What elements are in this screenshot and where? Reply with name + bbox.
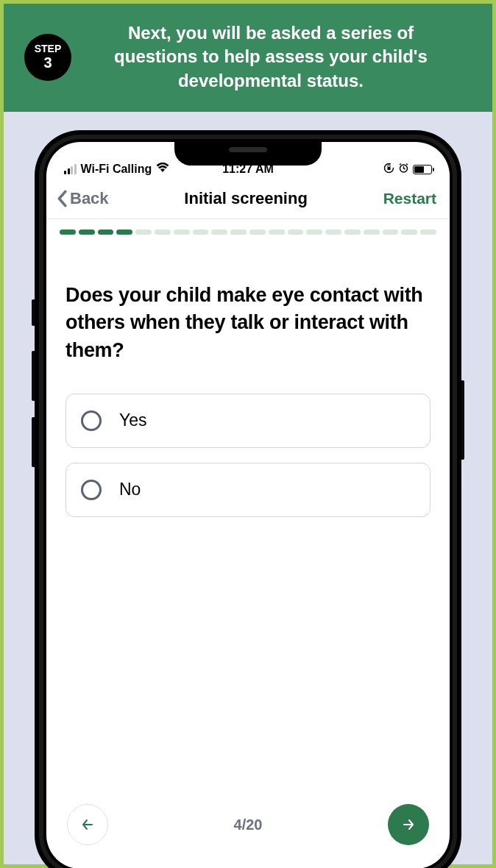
option-label: Yes xyxy=(119,410,147,430)
restart-button[interactable]: Restart xyxy=(383,190,436,207)
question-text: Does your child make eye contact with ot… xyxy=(65,282,431,364)
radio-icon xyxy=(81,480,102,500)
wifi-icon xyxy=(156,163,169,176)
arrow-right-icon xyxy=(400,817,417,833)
arrow-left-icon xyxy=(79,817,96,833)
progress-segment xyxy=(60,230,76,235)
back-button[interactable]: Back xyxy=(55,189,109,208)
signal-icon xyxy=(64,164,77,174)
progress-segment xyxy=(383,230,399,235)
progress-segment xyxy=(155,230,171,235)
back-label: Back xyxy=(70,189,109,208)
progress-segment xyxy=(79,230,95,235)
progress-segment xyxy=(306,230,322,235)
orientation-lock-icon xyxy=(383,163,394,176)
options-group: Yes No xyxy=(46,364,450,517)
progress-segment xyxy=(230,230,247,235)
phone-mockup: Wi-Fi Calling 11:27 AM xyxy=(35,130,461,868)
nav-bar: Back Initial screening Restart xyxy=(46,179,450,218)
progress-segment xyxy=(135,230,152,235)
progress-segment xyxy=(249,230,266,235)
progress-segment xyxy=(401,230,417,235)
chevron-left-icon xyxy=(55,190,68,207)
footer-nav: 4/20 xyxy=(46,804,450,845)
progress-segment xyxy=(420,230,436,235)
step-label: STEP xyxy=(35,43,62,54)
phone-notch xyxy=(174,139,322,166)
page-counter: 4/20 xyxy=(234,817,263,833)
header-banner: STEP 3 Next, you will be asked a series … xyxy=(4,4,492,112)
banner-description: Next, you will be asked a series of ques… xyxy=(86,21,478,93)
previous-button[interactable] xyxy=(67,804,108,845)
option-no[interactable]: No xyxy=(65,463,431,517)
step-badge: STEP 3 xyxy=(24,34,71,81)
progress-segment xyxy=(325,230,341,235)
progress-segment xyxy=(193,230,209,235)
progress-segment xyxy=(269,230,285,235)
option-yes[interactable]: Yes xyxy=(65,394,431,448)
step-number: 3 xyxy=(43,54,52,71)
progress-segment xyxy=(116,230,132,235)
battery-icon xyxy=(413,165,432,174)
svg-rect-1 xyxy=(388,167,391,170)
progress-segment xyxy=(288,230,304,235)
next-button[interactable] xyxy=(388,804,429,845)
progress-bar xyxy=(46,219,450,245)
radio-icon xyxy=(81,410,102,431)
progress-segment xyxy=(344,230,361,235)
option-label: No xyxy=(119,480,141,499)
question-area: Does your child make eye contact with ot… xyxy=(46,245,450,364)
outer-frame: STEP 3 Next, you will be asked a series … xyxy=(4,4,492,864)
progress-segment xyxy=(98,230,114,235)
progress-segment xyxy=(211,230,227,235)
progress-segment xyxy=(174,230,190,235)
carrier-label: Wi-Fi Calling xyxy=(81,163,152,176)
alarm-icon xyxy=(398,163,409,176)
phone-screen: Wi-Fi Calling 11:27 AM xyxy=(46,142,450,868)
progress-segment xyxy=(364,230,380,235)
page-title: Initial screening xyxy=(184,189,308,208)
